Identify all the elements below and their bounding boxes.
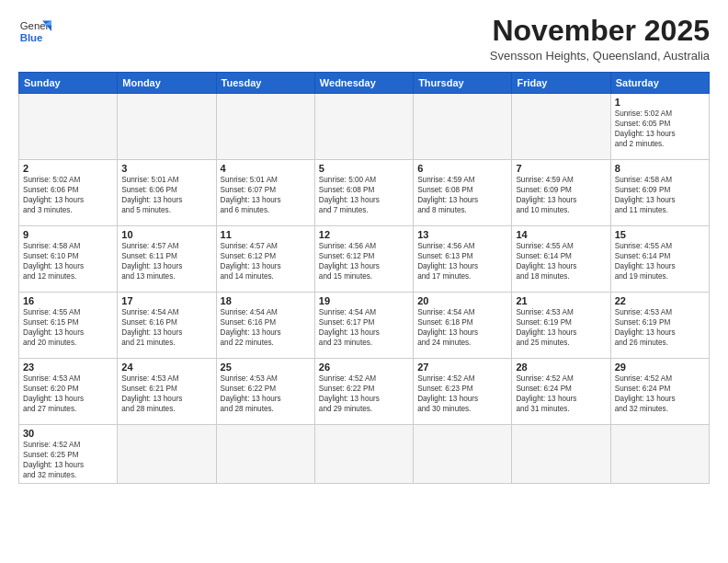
- calendar-day-cell: 4Sunrise: 5:01 AM Sunset: 6:07 PM Daylig…: [216, 160, 314, 226]
- day-info: Sunrise: 4:53 AM Sunset: 6:21 PM Dayligh…: [121, 373, 211, 414]
- calendar-table: SundayMondayTuesdayWednesdayThursdayFrid…: [18, 72, 710, 484]
- location-subtitle: Svensson Heights, Queensland, Australia: [490, 49, 710, 63]
- day-number: 28: [516, 362, 606, 373]
- calendar-day-cell: 24Sunrise: 4:53 AM Sunset: 6:21 PM Dayli…: [118, 359, 216, 425]
- day-info: Sunrise: 4:58 AM Sunset: 6:10 PM Dayligh…: [23, 241, 113, 282]
- day-number: 26: [319, 362, 409, 373]
- day-number: 6: [417, 163, 507, 174]
- day-info: Sunrise: 4:56 AM Sunset: 6:13 PM Dayligh…: [417, 241, 507, 282]
- calendar-day-cell: [118, 94, 216, 160]
- day-number: 4: [221, 163, 311, 174]
- day-number: 1: [615, 97, 705, 108]
- calendar-week-row: 1Sunrise: 5:02 AM Sunset: 6:05 PM Daylig…: [19, 94, 710, 160]
- calendar-day-header: Wednesday: [314, 73, 413, 94]
- calendar-week-row: 30Sunrise: 4:52 AM Sunset: 6:25 PM Dayli…: [19, 425, 710, 484]
- calendar-day-cell: 13Sunrise: 4:56 AM Sunset: 6:13 PM Dayli…: [414, 226, 512, 293]
- calendar-day-cell: 20Sunrise: 4:54 AM Sunset: 6:18 PM Dayli…: [414, 293, 512, 359]
- calendar-page: General Blue November 2025 Svensson Heig…: [0, 0, 728, 563]
- general-blue-icon: General Blue: [18, 15, 51, 48]
- calendar-day-cell: [216, 94, 314, 160]
- logo: General Blue: [18, 15, 51, 48]
- calendar-day-cell: [610, 425, 709, 484]
- calendar-day-cell: 21Sunrise: 4:53 AM Sunset: 6:19 PM Dayli…: [512, 293, 610, 359]
- day-number: 8: [615, 163, 705, 174]
- day-info: Sunrise: 4:55 AM Sunset: 6:15 PM Dayligh…: [23, 307, 113, 348]
- calendar-day-cell: 29Sunrise: 4:52 AM Sunset: 6:24 PM Dayli…: [610, 359, 709, 425]
- calendar-day-cell: 7Sunrise: 4:59 AM Sunset: 6:09 PM Daylig…: [512, 160, 610, 226]
- day-info: Sunrise: 4:56 AM Sunset: 6:12 PM Dayligh…: [319, 241, 409, 282]
- day-info: Sunrise: 4:53 AM Sunset: 6:20 PM Dayligh…: [23, 373, 113, 414]
- calendar-day-cell: [314, 425, 413, 484]
- calendar-day-cell: 25Sunrise: 4:53 AM Sunset: 6:22 PM Dayli…: [216, 359, 314, 425]
- calendar-day-cell: 8Sunrise: 4:58 AM Sunset: 6:09 PM Daylig…: [610, 160, 709, 226]
- svg-text:Blue: Blue: [20, 32, 43, 43]
- calendar-day-cell: 26Sunrise: 4:52 AM Sunset: 6:22 PM Dayli…: [314, 359, 413, 425]
- day-number: 18: [221, 295, 311, 306]
- day-info: Sunrise: 4:52 AM Sunset: 6:25 PM Dayligh…: [23, 440, 113, 480]
- calendar-week-row: 2Sunrise: 5:02 AM Sunset: 6:06 PM Daylig…: [19, 160, 710, 226]
- calendar-day-cell: 30Sunrise: 4:52 AM Sunset: 6:25 PM Dayli…: [19, 425, 118, 484]
- calendar-day-cell: 1Sunrise: 5:02 AM Sunset: 6:05 PM Daylig…: [610, 94, 709, 160]
- calendar-day-cell: [512, 94, 610, 160]
- day-info: Sunrise: 5:01 AM Sunset: 6:06 PM Dayligh…: [121, 175, 211, 215]
- day-number: 7: [516, 163, 606, 174]
- day-info: Sunrise: 4:53 AM Sunset: 6:19 PM Dayligh…: [615, 307, 705, 348]
- day-number: 19: [319, 295, 409, 306]
- title-block: November 2025 Svensson Heights, Queensla…: [490, 15, 710, 63]
- calendar-day-cell: 12Sunrise: 4:56 AM Sunset: 6:12 PM Dayli…: [314, 226, 413, 293]
- calendar-day-header: Monday: [118, 73, 216, 94]
- day-info: Sunrise: 4:52 AM Sunset: 6:23 PM Dayligh…: [417, 373, 507, 414]
- calendar-day-cell: 2Sunrise: 5:02 AM Sunset: 6:06 PM Daylig…: [19, 160, 118, 226]
- calendar-day-cell: 11Sunrise: 4:57 AM Sunset: 6:12 PM Dayli…: [216, 226, 314, 293]
- calendar-day-cell: [414, 94, 512, 160]
- day-info: Sunrise: 4:59 AM Sunset: 6:09 PM Dayligh…: [516, 175, 606, 215]
- day-number: 11: [221, 229, 311, 240]
- month-title: November 2025: [490, 15, 710, 47]
- day-info: Sunrise: 5:01 AM Sunset: 6:07 PM Dayligh…: [221, 175, 311, 215]
- day-info: Sunrise: 4:52 AM Sunset: 6:24 PM Dayligh…: [615, 373, 705, 414]
- calendar-day-cell: 23Sunrise: 4:53 AM Sunset: 6:20 PM Dayli…: [19, 359, 118, 425]
- calendar-week-row: 9Sunrise: 4:58 AM Sunset: 6:10 PM Daylig…: [19, 226, 710, 293]
- day-number: 20: [417, 295, 507, 306]
- calendar-day-cell: 3Sunrise: 5:01 AM Sunset: 6:06 PM Daylig…: [118, 160, 216, 226]
- day-info: Sunrise: 4:54 AM Sunset: 6:17 PM Dayligh…: [319, 307, 409, 348]
- calendar-day-cell: [118, 425, 216, 484]
- calendar-day-cell: [216, 425, 314, 484]
- calendar-day-cell: 22Sunrise: 4:53 AM Sunset: 6:19 PM Dayli…: [610, 293, 709, 359]
- day-info: Sunrise: 5:02 AM Sunset: 6:06 PM Dayligh…: [23, 175, 113, 215]
- calendar-day-cell: 17Sunrise: 4:54 AM Sunset: 6:16 PM Dayli…: [118, 293, 216, 359]
- calendar-day-cell: 18Sunrise: 4:54 AM Sunset: 6:16 PM Dayli…: [216, 293, 314, 359]
- day-info: Sunrise: 4:54 AM Sunset: 6:16 PM Dayligh…: [121, 307, 211, 348]
- day-number: 15: [615, 229, 705, 240]
- day-number: 14: [516, 229, 606, 240]
- calendar-day-cell: 9Sunrise: 4:58 AM Sunset: 6:10 PM Daylig…: [19, 226, 118, 293]
- day-info: Sunrise: 4:53 AM Sunset: 6:22 PM Dayligh…: [221, 373, 311, 414]
- calendar-day-cell: 16Sunrise: 4:55 AM Sunset: 6:15 PM Dayli…: [19, 293, 118, 359]
- day-number: 16: [23, 295, 113, 306]
- day-info: Sunrise: 4:59 AM Sunset: 6:08 PM Dayligh…: [417, 175, 507, 215]
- day-number: 22: [615, 295, 705, 306]
- day-number: 23: [23, 362, 113, 373]
- calendar-day-cell: [414, 425, 512, 484]
- day-number: 5: [319, 163, 409, 174]
- day-info: Sunrise: 4:58 AM Sunset: 6:09 PM Dayligh…: [615, 175, 705, 215]
- day-info: Sunrise: 5:00 AM Sunset: 6:08 PM Dayligh…: [319, 175, 409, 215]
- calendar-day-cell: [19, 94, 118, 160]
- calendar-day-cell: [512, 425, 610, 484]
- calendar-week-row: 16Sunrise: 4:55 AM Sunset: 6:15 PM Dayli…: [19, 293, 710, 359]
- day-number: 17: [121, 295, 211, 306]
- calendar-day-header: Sunday: [19, 73, 118, 94]
- calendar-week-row: 23Sunrise: 4:53 AM Sunset: 6:20 PM Dayli…: [19, 359, 710, 425]
- day-number: 3: [121, 163, 211, 174]
- day-info: Sunrise: 4:57 AM Sunset: 6:12 PM Dayligh…: [221, 241, 311, 282]
- calendar-day-cell: 14Sunrise: 4:55 AM Sunset: 6:14 PM Dayli…: [512, 226, 610, 293]
- day-info: Sunrise: 4:53 AM Sunset: 6:19 PM Dayligh…: [516, 307, 606, 348]
- day-number: 9: [23, 229, 113, 240]
- day-number: 12: [319, 229, 409, 240]
- day-info: Sunrise: 4:54 AM Sunset: 6:18 PM Dayligh…: [417, 307, 507, 348]
- calendar-day-cell: 19Sunrise: 4:54 AM Sunset: 6:17 PM Dayli…: [314, 293, 413, 359]
- calendar-day-header: Tuesday: [216, 73, 314, 94]
- day-number: 29: [615, 362, 705, 373]
- calendar-day-header: Saturday: [610, 73, 709, 94]
- day-info: Sunrise: 4:57 AM Sunset: 6:11 PM Dayligh…: [121, 241, 211, 282]
